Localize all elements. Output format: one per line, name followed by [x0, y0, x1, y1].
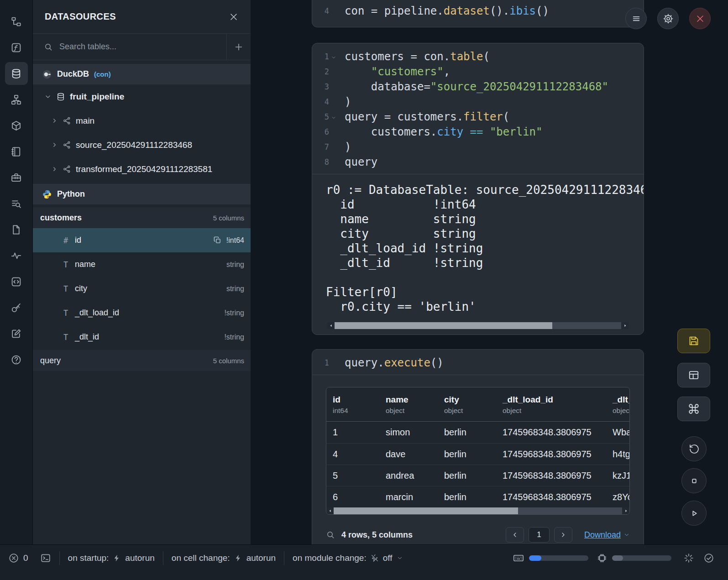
tree-item-main[interactable]: main [33, 109, 251, 133]
scrollbar-thumb[interactable] [335, 322, 552, 329]
chevron-right-icon[interactable] [51, 141, 58, 148]
snippet-nav-button[interactable] [5, 270, 28, 293]
code-line-4[interactable]: 4con = pipeline.dataset().ibis() [312, 3, 644, 18]
table-row-customers[interactable]: customers 5 columns [33, 207, 251, 228]
scrollbar-thumb[interactable] [334, 507, 518, 514]
list-search-nav-button[interactable] [5, 192, 28, 215]
cube-nav-button[interactable] [5, 114, 28, 137]
layout-toggle-button[interactable] [677, 363, 710, 387]
shutdown-button[interactable] [689, 8, 711, 29]
on-cell-change-setting[interactable]: on cell change: autorun [172, 553, 276, 563]
scroll-right-button[interactable] [621, 322, 628, 329]
zap-icon [234, 554, 242, 562]
column-header-_dlt_id[interactable]: _dlt_idobject [606, 387, 630, 421]
schema-icon [63, 165, 71, 173]
column-row-name[interactable]: Tnamestring [33, 252, 251, 277]
close-panel-icon[interactable] [229, 12, 239, 22]
on-startup-setting[interactable]: on startup: autorun [68, 553, 155, 563]
help-nav-button[interactable] [5, 348, 28, 371]
column-row-id[interactable]: #id!int64 [33, 228, 251, 252]
python-section-row[interactable]: Python [33, 184, 251, 204]
sparkle-activity-icon[interactable] [683, 553, 694, 564]
command-palette-button[interactable] [677, 397, 710, 421]
save-button[interactable] [677, 329, 710, 353]
page-indicator[interactable]: 1 [529, 527, 550, 543]
file-nav-button[interactable] [5, 218, 28, 241]
code-line-1[interactable]: 1query.execute() [312, 355, 644, 370]
code-text: database="source_202504291112283468" [338, 80, 608, 93]
table-row-2[interactable]: 4daveberlin1745968348.3806975h4tg [326, 443, 629, 465]
chevron-down-icon[interactable] [44, 93, 52, 100]
code-line-1[interactable]: 1customers = con.table( [312, 49, 644, 64]
column-row-_dlt_id[interactable]: T_dlt_id!string [33, 325, 251, 349]
tree-item-transformed[interactable]: transformed_202504291112283581 [33, 157, 251, 181]
keyboard-shortcuts-meter[interactable] [529, 555, 588, 561]
edit-nav-button[interactable] [5, 322, 28, 345]
chevron-left-icon [511, 531, 519, 538]
add-datasource-button[interactable] [226, 34, 251, 60]
on-module-change-setting[interactable]: on module change: off [293, 553, 403, 563]
code-line-2[interactable]: 2 "customers", [312, 64, 644, 79]
fold-chevron-icon[interactable] [331, 55, 336, 60]
code-editor[interactable]: 4con = pipeline.dataset().ibis() [312, 0, 644, 23]
download-link[interactable]: Download [584, 530, 630, 540]
run-button[interactable] [681, 501, 707, 526]
code-editor[interactable]: 1customers = con.table(2 "customers",3 d… [312, 43, 644, 174]
scroll-right-button[interactable] [622, 507, 629, 514]
text-type-icon: T [61, 333, 70, 342]
toolbox-nav-button[interactable] [5, 166, 28, 189]
column-header-city[interactable]: cityobject [438, 387, 496, 421]
code-line-4[interactable]: 4) [312, 94, 644, 109]
settings-button[interactable] [657, 8, 679, 29]
tree-icon [10, 16, 22, 27]
next-page-button[interactable] [554, 527, 572, 543]
search-tables-input[interactable] [59, 42, 226, 52]
snippet-icon [10, 276, 22, 287]
undo-button[interactable] [681, 436, 707, 461]
column-header-id[interactable]: idint64 [326, 387, 379, 421]
graph-nav-button[interactable] [5, 88, 28, 111]
line-number: 3 [312, 82, 329, 91]
chevron-right-icon[interactable] [51, 117, 58, 124]
code-line-5[interactable]: 5query = customers.filter( [312, 109, 644, 124]
scrollbar-track[interactable] [335, 322, 621, 329]
duckdb-engine-row[interactable]: DuckDB (con) [33, 64, 251, 84]
table-row-3[interactable]: 5andreaberlin1745968348.3806975kzJ1 [326, 465, 629, 486]
notebook-menu-button[interactable] [625, 8, 647, 29]
scrollbar-track[interactable] [334, 507, 622, 514]
errors-indicator[interactable]: 0 [8, 553, 28, 564]
graph-icon [10, 94, 22, 105]
tree-nav-button[interactable] [5, 10, 28, 33]
prev-page-button[interactable] [506, 527, 524, 543]
tree-item-source[interactable]: source_202504291112283468 [33, 133, 251, 157]
code-line-6[interactable]: 6 customers.city == "berlin" [312, 124, 644, 139]
key-nav-button[interactable] [5, 296, 28, 319]
copy-icon[interactable] [213, 236, 222, 245]
tree-item-fruit-pipeline[interactable]: fruit_pipeline [33, 84, 251, 109]
code-line-8[interactable]: 8query [312, 154, 644, 169]
notebook-nav-button[interactable] [5, 140, 28, 163]
table-row-1[interactable]: 1simonberlin1745968348.3806975Wba [326, 422, 629, 443]
column-row-_dlt_load_id[interactable]: T_dlt_load_id!string [33, 301, 251, 325]
check-circle-icon[interactable] [703, 553, 714, 564]
terminal-button[interactable] [40, 553, 51, 564]
column-header-name[interactable]: nameobject [379, 387, 438, 421]
scroll-left-button[interactable] [327, 322, 335, 329]
code-line-3[interactable]: 3 database="source_202504291112283468" [312, 79, 644, 94]
scroll-left-button[interactable] [326, 507, 334, 514]
column-header-_dlt_load_id[interactable]: _dlt_load_idobject [496, 387, 606, 421]
code-editor[interactable]: 1query.execute() [312, 350, 644, 375]
column-row-city[interactable]: Tcitystring [33, 277, 251, 301]
memory-meter[interactable] [612, 555, 671, 561]
code-line-7[interactable]: 7) [312, 139, 644, 154]
table-row-4[interactable]: 6marcinberlin1745968348.3806975z8Yo [326, 486, 629, 507]
stop-button[interactable] [681, 468, 707, 493]
chevron-right-icon[interactable] [51, 166, 58, 172]
fold-chevron-icon[interactable] [331, 115, 336, 120]
code-text: customers = con.table( [338, 50, 490, 63]
table-search-icon[interactable] [326, 530, 335, 539]
function-nav-button[interactable] [5, 36, 28, 59]
database-nav-button[interactable] [5, 62, 28, 85]
table-row-query[interactable]: query 5 columns [33, 350, 251, 371]
pulse-nav-button[interactable] [5, 244, 28, 267]
